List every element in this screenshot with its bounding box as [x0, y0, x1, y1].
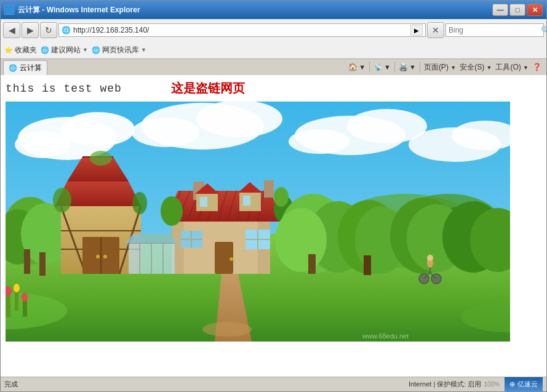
svg-point-92: [14, 284, 20, 292]
zoom-level-text: 100%: [484, 381, 500, 388]
maximize-button[interactable]: □: [509, 4, 525, 16]
reload-button[interactable]: ↻: [40, 22, 57, 38]
svg-point-94: [22, 293, 28, 302]
page-text-main: this is test web: [6, 82, 122, 95]
svg-point-7: [132, 118, 199, 147]
favorites-item-0[interactable]: 🌐 建议网站 ▼: [41, 45, 88, 55]
page-content: this is test web 这是盗链网页: [1, 75, 546, 377]
help-button[interactable]: ❓: [532, 63, 541, 71]
svg-rect-79: [308, 254, 316, 274]
svg-point-36: [132, 192, 147, 214]
print-button[interactable]: 🖨️▼: [399, 63, 416, 71]
ie-window: 🌐 云计算 - Windows Internet Explorer — □ ✕ …: [0, 0, 547, 392]
fav-1-dropdown-icon: ▼: [141, 47, 146, 53]
svg-marker-75: [126, 234, 178, 243]
window-controls: — □ ✕: [492, 4, 543, 16]
address-go-button[interactable]: ▶: [410, 25, 423, 36]
page-text-chinese: 这是盗链网页: [171, 80, 245, 97]
svg-rect-57: [200, 197, 207, 207]
anime-scene-image: www.68edu.net: [6, 102, 510, 342]
svg-point-95: [202, 322, 252, 337]
status-zone: Internet | 保护模式: 启用 100%: [409, 380, 500, 389]
tab-0-icon: 🌐: [9, 64, 17, 72]
svg-rect-21: [39, 252, 46, 276]
address-ie-icon: 🌐: [62, 26, 71, 34]
back-button[interactable]: ◀: [3, 22, 20, 38]
address-input[interactable]: [73, 26, 410, 34]
toolbar-area: ◀ ▶ ↻ 🌐 ▶ ✕ 🔍 ⭐ 收藏夹 🌐 建议网站 ▼: [1, 19, 546, 59]
window-title: 云计算 - Windows Internet Explorer: [18, 5, 492, 15]
page-menu[interactable]: 页面(P) ▼: [424, 62, 456, 73]
tools-menu[interactable]: 工具(O) ▼: [495, 62, 529, 73]
fav-0-label: 建议网站: [51, 45, 81, 55]
status-brand: ⊕ 亿速云: [505, 377, 543, 391]
fav-0-dropdown-icon: ▼: [82, 47, 88, 53]
status-done-text: 完成: [4, 380, 404, 389]
title-bar: 🌐 云计算 - Windows Internet Explorer — □ ✕: [1, 1, 546, 19]
page-image-wrap: www.68edu.net: [1, 99, 546, 346]
svg-rect-58: [243, 196, 250, 206]
svg-point-3: [61, 112, 135, 146]
favorites-label: 收藏夹: [15, 45, 37, 55]
svg-point-34: [103, 255, 107, 258]
status-bar: 完成 Internet | 保护模式: 启用 100% ⊕ 亿速云: [1, 377, 546, 391]
svg-point-6: [196, 102, 282, 137]
tab-0-label: 云计算: [20, 63, 42, 73]
svg-rect-91: [15, 289, 18, 311]
address-input-wrap[interactable]: 🌐 ▶: [58, 23, 426, 37]
fav-0-icon: 🌐: [41, 46, 49, 54]
svg-rect-82: [364, 255, 371, 275]
svg-point-66: [230, 257, 233, 261]
feeds-button[interactable]: 📡▼: [373, 63, 391, 71]
minimize-button[interactable]: —: [492, 4, 508, 16]
svg-text:www.68edu.net: www.68edu.net: [362, 332, 409, 340]
brand-text: 亿速云: [517, 380, 538, 389]
svg-point-69: [274, 187, 289, 207]
stop-button[interactable]: ✕: [427, 22, 444, 38]
search-input[interactable]: [449, 26, 541, 34]
tab-bar: 🌐 云计算 🏠▼ 📡▼ 🖨️▼ 页面(P) ▼ 安全(S) ▼ 工具(O) ▼ …: [1, 59, 546, 75]
page-text-area: this is test web 这是盗链网页: [1, 75, 546, 99]
svg-point-4: [15, 131, 70, 158]
search-icon[interactable]: 🔍: [541, 26, 547, 34]
forward-button[interactable]: ▶: [22, 22, 39, 38]
close-button[interactable]: ✕: [527, 4, 543, 16]
svg-point-10: [289, 129, 350, 154]
brand-icon: ⊕: [509, 380, 515, 388]
fav-1-icon: 🌐: [92, 46, 100, 54]
favorites-button[interactable]: ⭐ 收藏夹: [4, 45, 37, 55]
favorites-item-1[interactable]: 🌐 网页快讯库 ▼: [92, 45, 146, 55]
search-wrap[interactable]: 🔍: [445, 23, 544, 37]
svg-rect-20: [24, 249, 30, 274]
svg-point-35: [53, 188, 71, 212]
svg-point-102: [427, 255, 433, 261]
window-icon: 🌐: [4, 5, 14, 15]
svg-rect-52: [264, 180, 274, 198]
svg-point-67: [161, 196, 183, 226]
tab-item-0[interactable]: 🌐 云计算: [3, 60, 47, 75]
star-icon: ⭐: [4, 46, 13, 54]
security-menu[interactable]: 安全(S) ▼: [460, 62, 492, 73]
home-button[interactable]: 🏠▼: [348, 63, 365, 71]
favorites-bar: ⭐ 收藏夹 🌐 建议网站 ▼ 🌐 网页快讯库 ▼: [1, 41, 546, 58]
svg-point-78: [275, 208, 327, 272]
svg-point-33: [96, 255, 100, 258]
svg-point-37: [90, 151, 112, 166]
fav-1-label: 网页快讯库: [102, 45, 139, 55]
address-bar: ◀ ▶ ↻ 🌐 ▶ ✕ 🔍: [1, 19, 546, 41]
status-zone-text: Internet | 保护模式: 启用: [409, 380, 481, 389]
